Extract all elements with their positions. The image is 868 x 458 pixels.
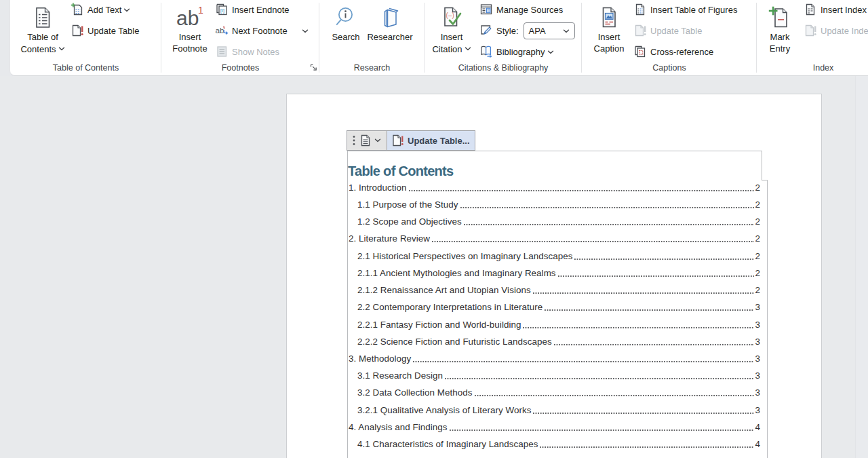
update-table-button[interactable]: Update Table	[71, 22, 157, 39]
toc-entry-page: 4	[755, 422, 761, 432]
toc-entry-text: 4.1 Characteristics of Imaginary Landsca…	[357, 439, 538, 449]
cross-reference-icon	[633, 45, 647, 58]
style-icon	[479, 24, 493, 37]
add-text-icon	[71, 3, 84, 16]
update-table-captions-button: Update Table	[633, 22, 753, 39]
table-of-contents-button[interactable]: Table ofContents	[21, 1, 64, 61]
toc-entry-text: 1.2 Scope and Objectives	[357, 216, 462, 227]
toc-entry[interactable]: 2.2.1 Fantasy Fiction and World-building…	[349, 316, 760, 333]
toc-entry-page: 2	[755, 216, 761, 227]
toc-entry[interactable]: 1. Introduction2	[349, 179, 760, 196]
toc-entry[interactable]: 3.2.1 Qualitative Analysis of Literary W…	[349, 402, 760, 419]
svg-text:ab: ab	[176, 7, 199, 29]
toc-entry[interactable]: 1.2 Scope and Objectives2	[349, 213, 760, 230]
table-of-figures-icon	[633, 3, 647, 16]
scrollbar-track[interactable]	[856, 76, 868, 458]
insert-caption-label-line2: Caption	[594, 43, 625, 54]
toc-entry[interactable]: 2. Literature Review2	[349, 230, 760, 247]
toc-entry-text: 1. Introduction	[349, 183, 407, 193]
toc-entry-text: 2. Literature Review	[349, 233, 430, 244]
toc-dot-leader	[460, 207, 754, 208]
add-text-button[interactable]: Add Text	[71, 1, 157, 18]
toc-entry[interactable]: 2.2.2 Science Fiction and Futuristic Lan…	[349, 333, 760, 350]
toc-entry[interactable]: 1.1 Purpose of the Study2	[349, 196, 760, 213]
toc-dot-leader	[554, 344, 754, 345]
show-notes-button: Show Notes	[215, 43, 310, 60]
bibliography-icon	[479, 45, 493, 58]
table-of-contents-icon	[31, 4, 54, 31]
insert-citation-button[interactable]: (–) InsertCitation	[431, 1, 473, 61]
ribbon-group-index: MarkEntry Insert Index Update IndexIndex	[757, 0, 868, 75]
chevron-down-icon	[123, 3, 130, 16]
ribbon-group-label-captions: Captions	[582, 63, 757, 73]
insert-caption-icon	[597, 4, 620, 31]
insert-table-of-figures-button[interactable]: Insert Table of Figures	[633, 1, 753, 18]
toc-entry[interactable]: 4. Analysis and Findings4	[349, 419, 760, 436]
search-icon	[334, 4, 357, 31]
manage-sources-button[interactable]: Manage Sources	[479, 1, 578, 18]
captions-small-buttons: Insert Table of Figures Update Table Cro…	[633, 0, 753, 61]
toc-entry-text: 2.2.2 Science Fiction and Futuristic Lan…	[357, 337, 552, 347]
insert-index-button[interactable]: Insert Index	[804, 1, 868, 18]
toc-entry-text: 2.2 Contemporary Interpretations in Lite…	[357, 302, 542, 312]
update-table-field-button[interactable]: Update Table...	[387, 131, 475, 150]
chevron-down-icon	[465, 43, 471, 54]
toc-gallery-button[interactable]	[347, 131, 387, 150]
toc-entry[interactable]: 3.2 Data Collection Methods3	[349, 384, 760, 401]
toc-title: Table of Contents	[348, 163, 454, 180]
cross-reference-button[interactable]: Cross-reference	[633, 43, 753, 60]
next-footnote-button[interactable]: ab Next Footnote	[215, 22, 310, 39]
mark-entry-label-line2: Entry	[770, 43, 790, 54]
toc-entry[interactable]: 2.1.1 Ancient Mythologies and Imaginary …	[349, 265, 760, 282]
footnotes-small-buttons: [i]Insert Endnoteab Next Footnote Show N…	[215, 0, 310, 61]
toc-entry[interactable]: 2.2 Contemporary Interpretations in Lite…	[349, 299, 760, 316]
toc-dot-leader	[558, 275, 754, 277]
insert-endnote-button[interactable]: [i]Insert Endnote	[215, 1, 310, 18]
style-button[interactable]: Style:APA	[479, 22, 578, 39]
insert-caption-button[interactable]: InsertCaption	[588, 1, 630, 61]
toc-outline-segment	[762, 151, 762, 180]
search-button[interactable]: Search	[328, 1, 364, 61]
insert-footnote-icon: ab 1	[175, 4, 205, 31]
chevron-down-icon	[374, 138, 381, 143]
ribbon: Table ofContents Add Text Update TableTa…	[9, 0, 868, 76]
toc-dot-leader	[523, 327, 753, 328]
chevron-down-icon	[563, 26, 570, 36]
ribbon-group-label-citations: Citations & Bibliography	[425, 63, 582, 73]
svg-text:ab: ab	[215, 26, 224, 35]
toc-entry[interactable]: 2.1 Historical Perspectives on Imaginary…	[349, 248, 760, 265]
toc-dot-leader	[533, 413, 753, 414]
drag-handle-icon	[352, 134, 356, 147]
toc-outline-segment	[347, 151, 762, 151]
toc-entry-text: 3.1 Research Design	[357, 370, 443, 381]
toc-entry[interactable]: 2.1.2 Renaissance Art and Utopian Vision…	[349, 282, 760, 299]
toc-dot-leader	[432, 241, 753, 242]
toc-entry[interactable]: 3. Methodology3	[349, 350, 760, 367]
insert-footnote-button[interactable]: ab 1InsertFootnote	[167, 1, 212, 61]
toc-entry[interactable]: 4.2 Symbolism and Themes in Imaginary La…	[349, 453, 760, 458]
mark-entry-label-line1: Mark	[770, 31, 790, 43]
update-table-label: Update Table	[87, 26, 139, 36]
toc-entry[interactable]: 4.1 Characteristics of Imaginary Landsca…	[349, 436, 760, 453]
insert-citation-label-line2: Citation	[432, 43, 471, 55]
bibliography-button[interactable]: Bibliography	[479, 43, 578, 60]
researcher-button[interactable]: Researcher	[364, 1, 416, 61]
toc-outline-segment	[347, 151, 348, 458]
toc-entry-page: 2	[755, 268, 761, 278]
update-table-icon	[391, 134, 405, 147]
toc-entry-page: 3	[755, 405, 761, 415]
toc-entry-text: 3. Methodology	[349, 354, 411, 364]
style-select[interactable]: APA	[524, 22, 575, 39]
update-index-icon	[804, 24, 817, 37]
toc-entry-page: 3	[755, 370, 761, 381]
mark-entry-icon	[768, 4, 791, 31]
toc-dot-leader	[475, 395, 754, 396]
mark-entry-button[interactable]: MarkEntry	[760, 1, 800, 61]
word-window: Table ofContents Add Text Update TableTa…	[0, 0, 868, 458]
toc-dot-leader	[409, 190, 754, 191]
toc-entry[interactable]: 3.1 Research Design3	[349, 367, 760, 384]
insert-index-label: Insert Index	[821, 5, 867, 15]
cross-reference-label: Cross-reference	[650, 47, 713, 57]
update-table-disabled-icon	[633, 24, 647, 37]
researcher-icon	[378, 4, 401, 31]
